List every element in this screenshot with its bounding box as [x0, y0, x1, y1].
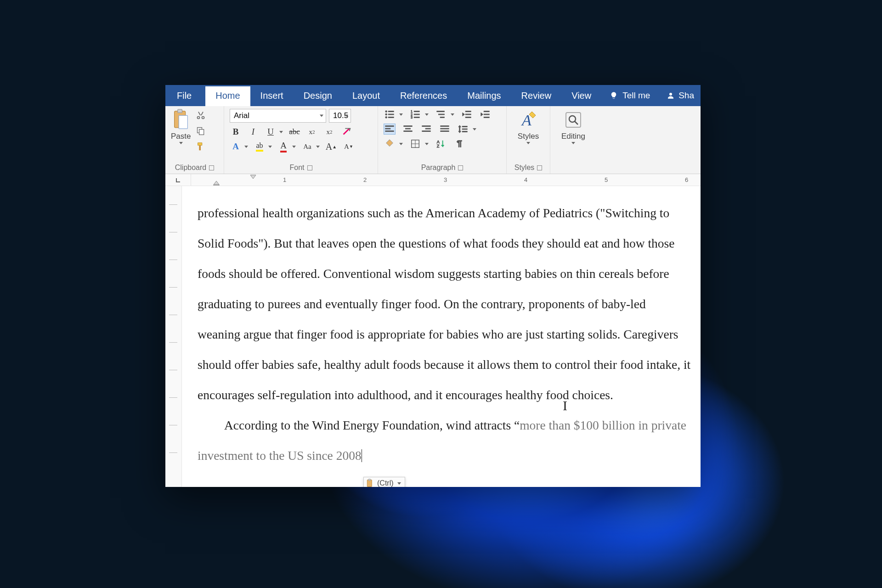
font-color-menu[interactable] [292, 146, 296, 148]
svg-rect-34 [406, 128, 411, 129]
paste-options-popup[interactable]: (Ctrl) [363, 477, 405, 487]
sort-button[interactable]: AZ [435, 138, 447, 149]
multilevel-menu[interactable] [451, 113, 454, 116]
strikethrough-button[interactable]: abc [288, 126, 300, 137]
align-left-button[interactable] [384, 124, 396, 135]
tab-review[interactable]: Review [511, 85, 562, 106]
svg-rect-8 [199, 145, 201, 150]
align-center-button[interactable] [402, 124, 414, 135]
tab-references[interactable]: References [390, 85, 457, 106]
svg-rect-42 [462, 126, 467, 127]
word-window: File Home Insert Design Layout Reference… [165, 85, 701, 487]
paragraph-1[interactable]: professional health organizations such a… [198, 198, 691, 410]
clipboard-group-label: Clipboard [175, 164, 206, 172]
tab-home[interactable]: Home [205, 85, 250, 106]
horizontal-ruler[interactable]: 1 2 3 4 5 6 [165, 174, 701, 186]
svg-point-11 [385, 113, 387, 115]
svg-rect-39 [441, 126, 449, 127]
ribbon-body: Paste Clipboard [165, 106, 701, 174]
paragraph-dialog-launcher[interactable] [458, 165, 463, 170]
vertical-ruler[interactable] [165, 186, 182, 487]
svg-rect-40 [441, 128, 449, 129]
tell-me-label: Tell me [622, 90, 650, 101]
tab-selector[interactable] [165, 174, 191, 186]
svg-text:Z: Z [437, 144, 440, 148]
borders-button[interactable] [409, 138, 421, 149]
numbering-button[interactable]: 123 [409, 109, 421, 120]
svg-rect-22 [439, 114, 445, 115]
superscript-button[interactable]: x2 [323, 126, 335, 137]
paragraph-2[interactable]: According to the Wind Energy Foundation,… [198, 410, 691, 471]
bullets-menu[interactable] [399, 113, 403, 116]
svg-text:3: 3 [411, 115, 413, 119]
first-line-indent-marker[interactable] [250, 175, 256, 179]
format-painter-button[interactable] [195, 141, 206, 152]
svg-rect-27 [484, 111, 489, 112]
shading-menu[interactable] [399, 143, 403, 145]
italic-button[interactable]: I [247, 126, 259, 137]
clear-formatting-button[interactable] [341, 126, 353, 137]
svg-rect-29 [484, 117, 489, 118]
editing-button[interactable]: Editing [557, 108, 590, 146]
font-color-button[interactable]: A [277, 141, 289, 152]
tab-insert[interactable]: Insert [250, 85, 294, 106]
svg-line-53 [575, 121, 578, 124]
shrink-font-button[interactable]: A▼ [343, 141, 355, 152]
paste-options-caret[interactable] [397, 482, 401, 485]
font-group-label: Font [289, 164, 304, 172]
change-case-button[interactable]: Aa [301, 141, 313, 152]
text-effects-menu[interactable] [244, 146, 248, 148]
bold-button[interactable]: B [230, 126, 242, 137]
svg-rect-35 [404, 131, 412, 132]
show-marks-button[interactable] [453, 138, 465, 149]
underline-button[interactable]: U [265, 126, 277, 137]
highlight-menu[interactable] [268, 146, 272, 148]
group-font: Arial 10.5 B I U abc x2 x2 A ab A Aa [224, 106, 378, 174]
ruler-tick-5: 5 [605, 176, 608, 183]
justify-button[interactable] [439, 124, 451, 135]
group-editing: Editing [550, 106, 596, 174]
tab-layout[interactable]: Layout [342, 85, 390, 106]
document-page[interactable]: professional health organizations such a… [182, 186, 701, 487]
increase-indent-button[interactable] [479, 109, 491, 120]
subscript-button[interactable]: x2 [306, 126, 318, 137]
font-dialog-launcher[interactable] [307, 165, 312, 170]
clipboard-dialog-launcher[interactable] [209, 165, 214, 170]
font-name-combo[interactable]: Arial [230, 109, 326, 123]
bullets-button[interactable] [384, 109, 396, 120]
svg-rect-56 [368, 479, 371, 481]
underline-menu[interactable] [279, 131, 283, 133]
styles-dialog-launcher[interactable] [537, 165, 542, 170]
align-right-button[interactable] [420, 124, 432, 135]
numbering-menu[interactable] [425, 113, 429, 116]
copy-button[interactable] [195, 125, 206, 136]
multilevel-list-button[interactable] [435, 109, 447, 120]
change-case-menu[interactable] [316, 146, 320, 148]
tab-file[interactable]: File [165, 85, 205, 106]
cut-button[interactable] [195, 110, 206, 121]
svg-rect-3 [179, 115, 187, 129]
highlight-button[interactable]: ab [254, 141, 266, 152]
line-spacing-menu[interactable] [473, 128, 476, 130]
share-button[interactable]: Sha [660, 85, 701, 106]
tell-me-search[interactable]: Tell me [601, 85, 658, 106]
svg-rect-55 [367, 480, 372, 487]
decrease-indent-button[interactable] [461, 109, 473, 120]
font-size-combo[interactable]: 10.5 [329, 109, 351, 123]
grow-font-button[interactable]: A▲ [325, 141, 337, 152]
ruler-tick-3: 3 [444, 176, 447, 183]
document-text[interactable]: professional health organizations such a… [198, 198, 691, 471]
line-spacing-button[interactable] [457, 124, 469, 135]
tab-design[interactable]: Design [294, 85, 342, 106]
tab-view[interactable]: View [561, 85, 601, 106]
borders-menu[interactable] [425, 143, 429, 145]
ruler-tick-2: 2 [363, 176, 367, 183]
svg-rect-12 [388, 114, 394, 115]
shading-button[interactable] [384, 138, 396, 149]
text-effects-button[interactable]: A [230, 141, 242, 152]
svg-rect-32 [385, 131, 394, 132]
paste-button[interactable]: Paste [171, 108, 193, 144]
hanging-indent-marker[interactable] [213, 180, 220, 186]
tab-mailings[interactable]: Mailings [457, 85, 511, 106]
styles-button[interactable]: A Styles [513, 108, 543, 146]
